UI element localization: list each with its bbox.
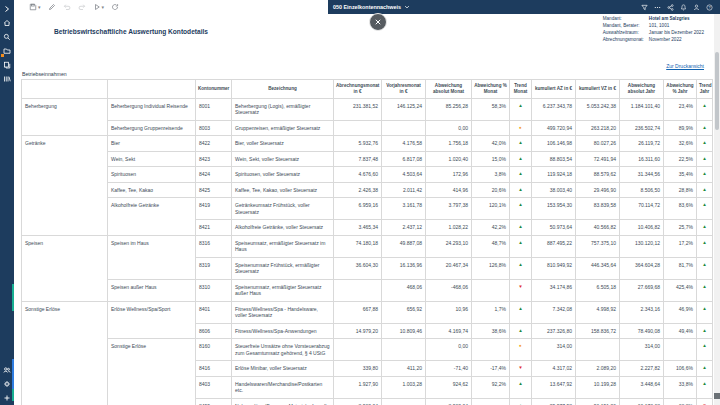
description-cell: Erlöse Minibar, voller Steuersatz: [232, 361, 334, 377]
value-cell: -71,40: [426, 361, 472, 377]
section-title: Betriebseinnahmen: [22, 71, 67, 77]
table-row[interactable]: Speisen außer Haus8310Speisenumsatz, erm…: [22, 279, 713, 301]
trend-up-icon: ▲: [702, 284, 707, 289]
value-cell: 29.496,90: [576, 182, 620, 198]
accounts-table-wrap: KontonummerBezeichnungAbrechnungsmonat i…: [21, 79, 712, 405]
value-cell: 446.345,64: [576, 257, 620, 279]
trend-neutral-icon: ●: [519, 125, 522, 130]
close-button[interactable]: [369, 13, 387, 31]
account-number-cell: 8422: [196, 136, 232, 152]
description-cell: Steuerfreie Umsätze ohne Vorsteuerabzug …: [232, 339, 334, 361]
toolbar: ▾ ▾: [14, 0, 328, 14]
value-cell: 40.566,82: [576, 220, 620, 236]
undo-button[interactable]: [63, 3, 71, 11]
trend-up-icon: ▲: [518, 224, 523, 229]
table-header: KontonummerBezeichnungAbrechnungsmonat i…: [22, 80, 713, 99]
description-cell: Speisenumsatz, ermäßigter Steuersatz auß…: [232, 279, 334, 301]
home-icon[interactable]: [1, 17, 13, 29]
value-cell: 1.003,28: [382, 376, 426, 398]
search-icon[interactable]: [1, 31, 13, 43]
refresh-button[interactable]: [111, 3, 119, 11]
folder-icon[interactable]: [1, 45, 13, 57]
save-button[interactable]: ▾: [29, 3, 41, 11]
trend-month-cell: ▲: [510, 151, 532, 167]
trend-year-cell: ▲: [697, 98, 713, 120]
value-cell: 16.136,96: [382, 257, 426, 279]
view-selector[interactable]: 050 Einzelkontennachweis: [333, 4, 410, 10]
table-row[interactable]: Kaffee, Tee, Kakao8425Kaffee, Tee, Kakao…: [22, 182, 713, 198]
trend-year-cell: ▲: [697, 136, 713, 152]
print-view-link[interactable]: Zur Druckansicht: [666, 63, 704, 69]
more-icon[interactable]: [654, 4, 661, 11]
table-row[interactable]: Sonstige Erlöse8160Steuerfreie Umsätze o…: [22, 339, 713, 361]
trend-up-icon: ▲: [518, 140, 523, 145]
value-cell: [664, 339, 697, 361]
value-cell: 80.027,26: [576, 136, 620, 152]
user-icon[interactable]: [693, 4, 700, 11]
description-cell: Nebenerlöse (Bezug zu Materialaufwand): [232, 398, 334, 405]
value-cell: 10.406,82: [620, 220, 664, 236]
share-icon[interactable]: [667, 4, 674, 11]
run-dropdown-caret[interactable]: ▾: [102, 5, 105, 10]
bell-icon[interactable]: [680, 4, 687, 11]
trend-up-icon: ▲: [518, 202, 523, 207]
trend-up-icon: ▲: [702, 240, 707, 245]
value-cell: 10.199,28: [576, 376, 620, 398]
value-cell: 42,0%: [472, 136, 510, 152]
account-number-cell: 8160: [196, 339, 232, 361]
group-cell: Beherbergung: [22, 98, 108, 136]
subgroup-cell: Spirituosen: [108, 167, 196, 183]
value-cell: 88.803,54: [532, 151, 576, 167]
info-value-monat: November 2022: [649, 36, 704, 43]
account-number-cell: 8419: [196, 198, 232, 220]
value-cell: [472, 120, 510, 136]
content-area: Betriebswirtschaftliche Auswertung Konto…: [14, 14, 714, 405]
account-number-cell: 8310: [196, 279, 232, 301]
value-cell: 14.979,20: [334, 323, 382, 339]
filter-icon[interactable]: [641, 4, 648, 11]
save-dropdown-caret[interactable]: ▾: [38, 5, 41, 10]
client-info-panel: Mandant: Hotel am Salzgries Mandant, Ber…: [603, 15, 704, 43]
value-cell: 924,62: [426, 376, 472, 398]
table-row[interactable]: Spirituosen8424Spirituosen, voller Steue…: [22, 167, 713, 183]
redo-button[interactable]: [78, 3, 86, 11]
value-cell: 810.949,92: [532, 257, 576, 279]
table-row[interactable]: SpeisenSpeisen im Haus8316Speiseumsatz, …: [22, 235, 713, 257]
account-number-cell: 8001: [196, 98, 232, 120]
value-cell: 106.146,98: [532, 136, 576, 152]
vertical-scrollbar[interactable]: [714, 14, 720, 405]
value-cell: 172,96: [426, 167, 472, 183]
edit-button[interactable]: [48, 3, 56, 11]
value-cell: 8.506,50: [620, 182, 664, 198]
trend-year-cell: ▼: [697, 398, 713, 405]
library-icon[interactable]: [1, 73, 13, 85]
account-number-cell: 8316: [196, 235, 232, 257]
trend-up-icon: ▲: [702, 187, 707, 192]
column-header: Abweichung absolut Monat: [426, 80, 472, 99]
trend-up-icon: ▲: [518, 156, 523, 161]
sidebar-expand-button[interactable]: [1, 3, 13, 15]
trend-month-cell: ▲: [510, 323, 532, 339]
value-cell: 120,1%: [472, 198, 510, 220]
table-row[interactable]: Alkoholfreie Getränke8419Getränkeumsatz …: [22, 198, 713, 220]
scrollbar-thumb[interactable]: [715, 52, 719, 130]
subgroup-cell: Erlöse Wellness/Spa/Sport: [108, 301, 196, 339]
table-row[interactable]: Sonstige ErlöseErlöse Wellness/Spa/Sport…: [22, 301, 713, 323]
value-cell: -66.173,68: [620, 398, 664, 405]
value-cell: 3.448,64: [620, 376, 664, 398]
description-cell: Beherbergung (Logis), ermäßigter Steuers…: [232, 98, 334, 120]
help-icon[interactable]: ?: [706, 4, 713, 11]
value-cell: 83,6%: [664, 198, 697, 220]
table-row[interactable]: GetränkeBier8422Bier, voller Steuersatz5…: [22, 136, 713, 152]
table-row[interactable]: Beherbergung Gruppenreisende8003Gruppenr…: [22, 120, 713, 136]
account-number-cell: 8499: [196, 398, 232, 405]
table-row[interactable]: Wein, Sekt8423Wein, Sekt, voller Steuers…: [22, 151, 713, 167]
value-cell: 38,6%: [472, 323, 510, 339]
copy-icon[interactable]: [1, 59, 13, 71]
value-cell: 10.809,46: [382, 323, 426, 339]
scrollbar-corner-button[interactable]: [714, 393, 720, 399]
trend-up-icon: ▲: [702, 343, 707, 348]
table-row[interactable]: BeherbergungBeherbergung Individual Reis…: [22, 98, 713, 120]
run-button[interactable]: ▾: [93, 3, 105, 11]
value-cell: [382, 398, 426, 405]
